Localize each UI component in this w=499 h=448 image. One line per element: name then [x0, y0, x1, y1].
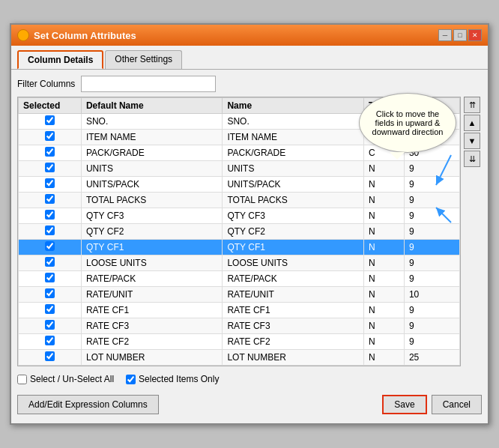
main-content: Filter Columns Click to move the fields …	[11, 70, 488, 423]
row-checkbox[interactable]	[45, 178, 55, 188]
bottom-buttons: Add/Edit Expression Columns Save Cancel	[17, 392, 482, 417]
row-type: N	[363, 177, 404, 193]
title-bar: Set Column Attributes ─ □ ✕	[11, 25, 488, 46]
row-checkbox-cell[interactable]	[19, 130, 82, 145]
row-type: N	[363, 240, 404, 255]
selected-only-checkbox[interactable]	[126, 375, 136, 384]
row-checkbox-cell[interactable]	[19, 240, 82, 255]
row-name: UNITS/PACK	[223, 177, 363, 193]
row-checkbox[interactable]	[45, 304, 55, 314]
row-checkbox[interactable]	[45, 288, 55, 298]
maximize-button[interactable]: □	[453, 29, 467, 41]
row-name: ITEM NAME	[223, 130, 363, 145]
tab-other-settings[interactable]: Other Settings	[105, 50, 182, 69]
table-row[interactable]: RATE CF3RATE CF3N9	[19, 318, 460, 334]
table-container: Click to move the fields in upward & dow…	[17, 97, 482, 366]
row-type: N	[363, 255, 404, 271]
col-header-name: Name	[223, 98, 363, 114]
close-button[interactable]: ✕	[468, 29, 482, 41]
row-name: BASIC RATE	[223, 366, 363, 367]
row-checkbox-cell[interactable]	[19, 334, 82, 350]
row-checkbox[interactable]	[45, 336, 55, 345]
row-checkbox[interactable]	[45, 194, 55, 204]
row-checkbox[interactable]	[45, 320, 55, 330]
table-row[interactable]: LOT NUMBERLOT NUMBERN25	[19, 350, 460, 366]
row-checkbox-cell[interactable]	[19, 114, 82, 130]
row-checkbox[interactable]	[45, 241, 55, 251]
table-row[interactable]: TOTAL PACKSTOTAL PACKSN9	[19, 193, 460, 208]
row-checkbox-cell[interactable]	[19, 366, 82, 367]
row-checkbox[interactable]	[45, 147, 55, 157]
table-row[interactable]: UNITS/PACKUNITS/PACKN9	[19, 177, 460, 193]
table-row[interactable]: QTY CF2QTY CF2N9	[19, 224, 460, 240]
row-checkbox[interactable]	[45, 351, 55, 361]
select-all-label[interactable]: Select / Un-Select All	[17, 374, 114, 384]
row-checkbox[interactable]	[45, 257, 55, 267]
row-name: TOTAL PACKS	[223, 193, 363, 208]
tab-bar: Column Details Other Settings	[11, 46, 488, 70]
row-default-name: LOOSE UNITS	[81, 255, 222, 271]
row-checkbox[interactable]	[45, 131, 55, 141]
table-row[interactable]: RATE CF1RATE CF1N9	[19, 303, 460, 318]
table-row[interactable]: LOOSE UNITSLOOSE UNITSN9	[19, 255, 460, 271]
row-checkbox-cell[interactable]	[19, 350, 82, 366]
move-first-button[interactable]: ⇈	[464, 97, 480, 113]
row-checkbox[interactable]	[45, 163, 55, 172]
row-checkbox-cell[interactable]	[19, 287, 82, 303]
tab-column-details[interactable]: Column Details	[17, 50, 103, 69]
table-row[interactable]: RATE/UNITRATE/UNITN10	[19, 287, 460, 303]
table-row[interactable]: QTY CF3QTY CF3N9	[19, 208, 460, 224]
row-checkbox-cell[interactable]	[19, 193, 82, 208]
row-type: N	[363, 161, 404, 177]
move-last-button[interactable]: ⇊	[464, 151, 480, 167]
selected-only-label[interactable]: Selected Items Only	[126, 374, 219, 384]
select-all-checkbox[interactable]	[17, 375, 27, 384]
table-row[interactable]: RATE CF2RATE CF2N9	[19, 334, 460, 350]
col-header-selected: Selected	[19, 98, 82, 114]
row-type: N	[363, 318, 404, 334]
right-buttons: Save Cancel	[382, 395, 482, 414]
move-down-button[interactable]: ▼	[464, 133, 480, 149]
move-up-button[interactable]: ▲	[464, 115, 480, 131]
row-checkbox[interactable]	[45, 115, 55, 125]
row-default-name: UNITS/PACK	[81, 177, 222, 193]
row-checkbox[interactable]	[45, 210, 55, 220]
row-default-name: LOT NUMBER	[81, 350, 222, 366]
row-default-name: QTY CF1	[81, 240, 222, 255]
row-checkbox-cell[interactable]	[19, 255, 82, 271]
table-row[interactable]: UNITSUNITSN9	[19, 161, 460, 177]
table-row[interactable]: BASIC RATEBASIC RATEN9	[19, 366, 460, 367]
row-checkbox-cell[interactable]	[19, 318, 82, 334]
row-checkbox-cell[interactable]	[19, 208, 82, 224]
title-bar-buttons: ─ □ ✕	[438, 29, 482, 41]
row-length: 9	[404, 208, 459, 224]
save-button[interactable]: Save	[382, 395, 426, 414]
cancel-button[interactable]: Cancel	[432, 395, 482, 414]
row-length: 9	[404, 240, 459, 255]
row-checkbox[interactable]	[45, 225, 55, 235]
row-default-name: QTY CF3	[81, 208, 222, 224]
row-checkbox-cell[interactable]	[19, 161, 82, 177]
row-checkbox-cell[interactable]	[19, 145, 82, 161]
row-checkbox-cell[interactable]	[19, 271, 82, 287]
row-length: 9	[404, 318, 459, 334]
window-title: Set Column Attributes	[34, 30, 136, 41]
add-edit-button[interactable]: Add/Edit Expression Columns	[17, 395, 159, 414]
row-name: QTY CF3	[223, 208, 363, 224]
row-length: 9	[404, 177, 459, 193]
row-checkbox-cell[interactable]	[19, 177, 82, 193]
row-length: 9	[404, 193, 459, 208]
table-row[interactable]: RATE/PACKRATE/PACKN9	[19, 271, 460, 287]
table-row[interactable]: QTY CF1QTY CF1N9	[19, 240, 460, 255]
bottom-checks: Select / Un-Select All Selected Items On…	[17, 371, 482, 387]
row-length: 9	[404, 255, 459, 271]
row-name: UNITS	[223, 161, 363, 177]
row-checkbox[interactable]	[45, 273, 55, 282]
row-name: LOT NUMBER	[223, 350, 363, 366]
row-length: 9	[404, 271, 459, 287]
minimize-button[interactable]: ─	[438, 29, 452, 41]
row-checkbox-cell[interactable]	[19, 224, 82, 240]
row-checkbox-cell[interactable]	[19, 303, 82, 318]
title-bar-left: Set Column Attributes	[17, 29, 136, 41]
filter-input[interactable]	[81, 76, 216, 92]
